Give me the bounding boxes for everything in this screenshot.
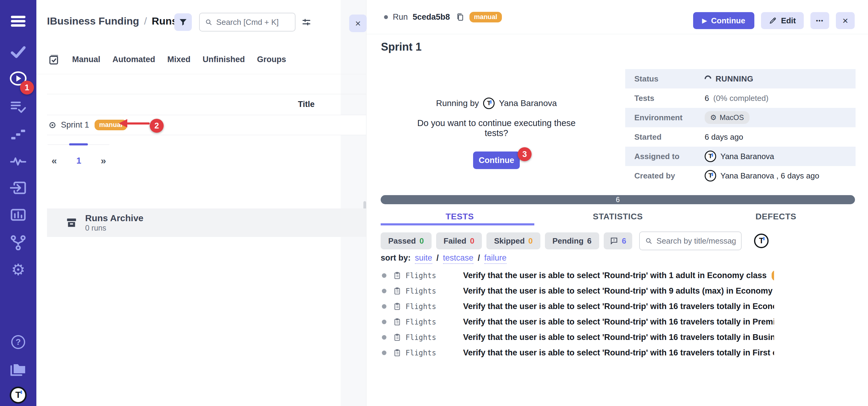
app-screen: ⚙ ? T 1 IBusiness Funding / Runs	[0, 0, 868, 406]
filter-funnel-button[interactable]	[174, 13, 192, 31]
run-details-table: Status RUNNING Tests 6(0% completed) Env…	[625, 69, 856, 185]
panel-gutter	[341, 0, 366, 406]
pagination-page-1[interactable]: 1	[76, 156, 81, 166]
tab-statistics[interactable]: STATISTICS	[539, 209, 697, 224]
tests-search	[639, 231, 742, 250]
run-title[interactable]: Sprint 1	[61, 120, 89, 130]
test-filter-chips: Passed0 Failed0 Skipped0 Pending6 6 T	[381, 231, 769, 250]
tab-mixed[interactable]: Mixed	[167, 55, 191, 64]
funnel-icon	[179, 18, 188, 27]
edit-button[interactable]: Edit	[761, 12, 804, 29]
clipboard-icon	[393, 287, 401, 295]
pagination-next-button[interactable]: »	[101, 155, 106, 166]
test-row[interactable]: Flights Verify that the user is able to …	[381, 345, 774, 361]
tab-automated[interactable]: Automated	[113, 55, 155, 64]
run-progress-bar: 6	[381, 195, 855, 204]
user-avatar: T	[705, 170, 716, 182]
runs-archive-row[interactable]: Runs Archive 0 runs	[47, 209, 366, 237]
table-header: Title	[47, 94, 366, 115]
tab-manual[interactable]: Manual	[72, 55, 100, 64]
view-settings-sliders-icon[interactable]	[301, 17, 312, 29]
active-tab-indicator	[381, 223, 534, 225]
environment-pill[interactable]: ⚙MacOS	[705, 111, 749, 124]
clipboard-icon	[393, 272, 401, 280]
branch-icon[interactable]	[0, 235, 36, 250]
run-detail-tabs: TESTS STATISTICS DEFECTS	[381, 209, 855, 224]
pencil-icon	[769, 17, 777, 25]
filter-skipped-chip[interactable]: Skipped0	[487, 232, 540, 249]
table-row[interactable]: Sprint 1 manual	[47, 115, 366, 135]
sort-label: sort by:	[381, 253, 411, 263]
test-type-badge: manual	[772, 270, 774, 281]
detail-row-status: Status RUNNING	[625, 69, 856, 89]
archive-count: 0 runs	[85, 224, 143, 232]
divider	[36, 74, 366, 74]
close-icon: ×	[355, 18, 361, 29]
runs-list-panel: IBusiness Funding / Runs × Manual Automa…	[36, 0, 366, 406]
projects-folders-icon[interactable]	[0, 363, 36, 377]
copy-icon[interactable]	[456, 13, 465, 22]
filter-passed-chip[interactable]: Passed0	[381, 232, 432, 249]
filter-failed-chip[interactable]: Failed0	[436, 232, 482, 249]
runs-search-input[interactable]	[216, 18, 289, 27]
close-panel-button[interactable]: ×	[349, 14, 367, 32]
test-row[interactable]: Flights Verify that the user is able to …	[381, 299, 774, 314]
test-status-dot	[382, 320, 386, 324]
test-status-dot	[382, 289, 386, 293]
continue-run-button[interactable]: Continue	[473, 152, 520, 169]
milestones-steps-icon[interactable]	[0, 127, 36, 140]
progress-count: 6	[616, 196, 620, 204]
pagination-prev-button[interactable]: «	[52, 155, 57, 166]
run-detail-header: Run 5ceda5b8 manual ▶ Continue Edit •••	[366, 0, 868, 34]
test-status-dot	[382, 273, 386, 278]
breadcrumb-project[interactable]: IBusiness Funding	[47, 15, 139, 27]
user-avatar: T	[705, 151, 716, 162]
sort-by-testcase-link[interactable]: testcase	[443, 253, 474, 264]
tab-tests[interactable]: TESTS	[381, 209, 539, 224]
test-row[interactable]: Flights Verify that the user is able to …	[381, 283, 774, 299]
test-row[interactable]: Flights Verify that the user is able to …	[381, 268, 774, 283]
run-type-badge: manual	[469, 12, 502, 22]
continue-prompt: Running by T Yana Baranova Do you want t…	[405, 98, 587, 169]
account-logo-avatar[interactable]: T	[0, 386, 36, 404]
tab-defects[interactable]: DEFECTS	[697, 209, 855, 224]
tests-check-icon[interactable]	[0, 45, 36, 59]
clipboard-icon	[393, 318, 401, 326]
play-icon: ▶	[702, 17, 707, 24]
help-icon[interactable]: ?	[0, 335, 36, 349]
reports-chart-icon[interactable]	[0, 208, 36, 222]
activity-pulse-icon[interactable]	[0, 154, 36, 167]
close-icon: ×	[842, 15, 848, 26]
runs-table: Title Sprint 1 manual	[47, 94, 366, 135]
import-icon[interactable]	[0, 181, 36, 195]
search-icon	[205, 18, 212, 26]
spinner-icon	[704, 74, 713, 84]
test-plans-icon[interactable]	[0, 100, 36, 114]
run-status-icon	[50, 122, 56, 128]
sort-controls: sort by: suite / testcase / failure	[381, 253, 506, 264]
run-label: Run	[393, 12, 408, 22]
more-options-button[interactable]: •••	[810, 12, 829, 29]
detail-row-tests: Tests 6(0% completed)	[625, 89, 856, 108]
test-row[interactable]: Flights Verify that the user is able to …	[381, 330, 774, 345]
select-all-checkbox-icon[interactable]	[48, 53, 60, 65]
menu-icon[interactable]	[0, 14, 36, 28]
continue-button[interactable]: ▶ Continue	[693, 12, 754, 29]
ellipsis-icon: •••	[816, 18, 824, 24]
settings-gear-icon[interactable]: ⚙	[0, 262, 36, 278]
assignee-avatar[interactable]: T	[754, 233, 769, 248]
tab-unfinished[interactable]: Unfinished	[203, 55, 245, 64]
test-row[interactable]: Flights Verify that the user is able to …	[381, 314, 774, 330]
filter-pending-chip[interactable]: Pending6	[545, 232, 599, 249]
tab-groups[interactable]: Groups	[257, 55, 286, 64]
detail-row-created: Created by TYana Baranova , 6 days ago	[625, 166, 856, 185]
runs-filter-tabs: Manual Automated Mixed Unfinished Groups	[48, 51, 286, 68]
continue-question: Do you want to continue executing these …	[405, 118, 587, 138]
comments-filter-chip[interactable]: 6	[604, 232, 632, 249]
sort-by-suite-link[interactable]: suite	[415, 253, 432, 264]
tests-search-input[interactable]	[656, 236, 736, 246]
clipboard-icon	[393, 302, 401, 311]
sort-by-failure-link[interactable]: failure	[484, 253, 507, 264]
run-actions: ▶ Continue Edit ••• ×	[693, 12, 855, 29]
close-run-button[interactable]: ×	[836, 12, 855, 29]
